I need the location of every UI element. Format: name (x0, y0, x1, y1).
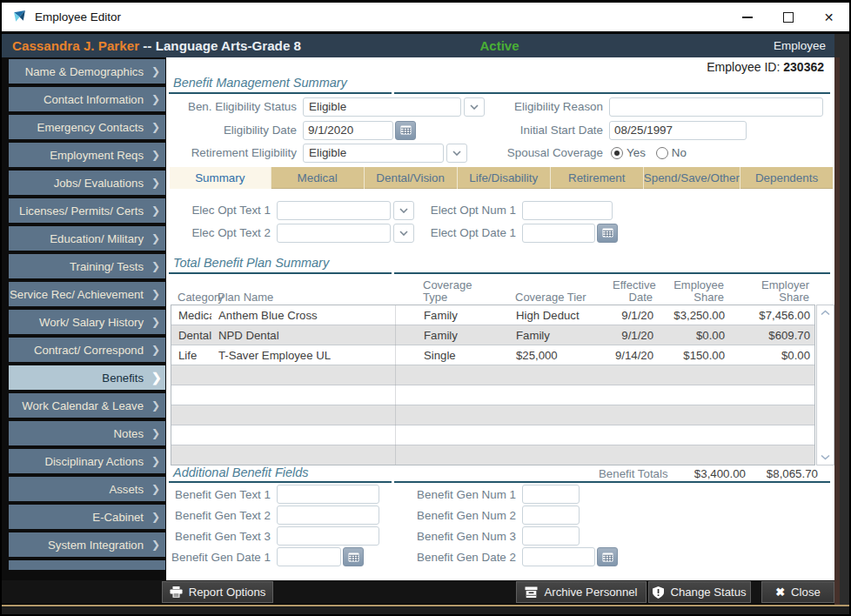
tab-medical[interactable]: Medical (271, 167, 365, 189)
tab-summary[interactable]: Summary (170, 167, 271, 189)
elec-opt-text-1-label: Elec Opt Text 1 (166, 204, 277, 217)
table-row[interactable]: MedicalAnthem Blue CrossFamilyHigh Deduc… (171, 305, 814, 325)
input-benefit-gen-text-1[interactable] (277, 485, 379, 504)
input-benefit-gen-num-3[interactable] (522, 526, 580, 546)
table-row[interactable]: DentalNPD DentalFamilyFamily9/1/20$0.00$… (171, 325, 814, 345)
section-rule (169, 92, 830, 94)
calendar-icon[interactable] (343, 547, 364, 566)
retirement-eligibility-select[interactable]: Eligible (303, 144, 444, 163)
retirement-eligibility-label: Retirement Eligibility (166, 146, 303, 159)
initial-start-date-input[interactable] (609, 121, 747, 140)
maximize-icon (783, 12, 794, 23)
table-row-empty[interactable] (171, 425, 814, 445)
tab-life-disability[interactable]: Life/Disability (458, 167, 551, 189)
chevron-right-icon: ❯ (151, 455, 165, 467)
chevron-right-icon: ❯ (151, 93, 165, 105)
elec-opt-text-2-select[interactable] (277, 224, 391, 243)
scroll-down-icon[interactable] (817, 454, 834, 460)
spousal-coverage-yes-radio[interactable] (611, 147, 623, 159)
minimize-button[interactable] (727, 3, 767, 31)
ben-eligibility-status-select[interactable]: Eligible (303, 97, 461, 117)
table-row-empty[interactable] (171, 385, 814, 405)
chevron-right-icon: ❯ (151, 427, 165, 439)
tab-dental-vision[interactable]: Dental/Vision (365, 167, 458, 189)
chevron-right-icon: ❯ (151, 204, 165, 217)
form-right-col: Benefit Gen Num 2 (412, 505, 580, 526)
chevron-right-icon: ❯ (151, 371, 165, 385)
change-status-button[interactable]: Change Status (648, 581, 751, 603)
sidebar-item-emergency-contacts[interactable]: Emergency Contacts❯ (9, 115, 165, 139)
initial-start-date-label: Initial Start Date (483, 124, 609, 137)
sidebar-item-assets[interactable]: Assets❯ (9, 477, 165, 501)
sidebar-item-name-demographics[interactable]: Name & Demographics❯ (9, 59, 165, 84)
input-benefit-gen-text-3[interactable] (277, 526, 379, 546)
tab-dependents[interactable]: Dependents (740, 167, 833, 189)
right-rail (834, 34, 849, 605)
sidebar-item-licenses-permits-certs[interactable]: Licenses/ Permits/ Certs❯ (9, 198, 165, 223)
calendar-icon[interactable] (395, 121, 416, 140)
input-benefit-gen-num-1[interactable] (522, 485, 580, 504)
sidebar-item-disciplinary-actions[interactable]: Disciplinary Actions❯ (9, 449, 165, 473)
column-header-plan-name: Plan Name (211, 291, 416, 304)
footer-bar: Report Options Archive Personnel Change … (2, 580, 834, 604)
employee-name: Cassandra J. Parker (12, 38, 139, 53)
calendar-icon[interactable] (597, 224, 618, 243)
input-benefit-gen-num-2[interactable] (522, 506, 580, 525)
form-row: Elec Opt Text 1 Elect Opt Num 1 (166, 199, 834, 221)
window-close-button[interactable]: ✕ (808, 3, 849, 31)
sidebar-item-benefits[interactable]: Benefits❯ (9, 365, 165, 390)
sidebar-item-notes[interactable]: Notes❯ (9, 421, 165, 445)
input-benefit-gen-date-2[interactable] (522, 547, 595, 566)
table-scrollbar[interactable] (816, 305, 834, 465)
calendar-icon[interactable] (597, 547, 618, 566)
tab-retirement[interactable]: Retirement (551, 167, 644, 189)
field-label-benefit-gen-text-3: Benefit Gen Text 3 (166, 530, 277, 543)
table-row-empty[interactable] (171, 445, 814, 465)
chevron-right-icon: ❯ (151, 511, 165, 523)
input-benefit-gen-text-2[interactable] (277, 506, 379, 525)
sidebar-item-contract-correspond[interactable]: Contract/ Correspond❯ (9, 338, 165, 362)
main-content: Employee ID:230362 Benefit Management Su… (166, 57, 834, 580)
input-benefit-gen-date-1[interactable] (277, 547, 341, 566)
close-label: Close (791, 586, 821, 599)
tab-spend-save-other[interactable]: Spend/Save/Other (644, 167, 740, 189)
sidebar-item-e-cabinet[interactable]: E-Cabinet❯ (9, 505, 165, 529)
table-row[interactable]: LifeT-Saver Employee ULSingle$25,0009/14… (171, 345, 814, 365)
elect-opt-num-1-input[interactable] (522, 201, 613, 220)
form-row: Benefit Gen Text 1Benefit Gen Num 1 (166, 484, 834, 505)
form-right-col: Eligibility Reason (483, 96, 823, 117)
window-controls: ✕ (727, 3, 849, 31)
elect-opt-date-1-input[interactable] (522, 224, 595, 243)
chevron-down-icon[interactable] (446, 144, 467, 163)
sidebar-item-jobs-evaluations[interactable]: Jobs/ Evaluations❯ (9, 171, 165, 195)
sidebar-item-contact-information[interactable]: Contact Information❯ (9, 87, 165, 111)
archive-personnel-label: Archive Personnel (544, 586, 637, 599)
chevron-right-icon: ❯ (151, 232, 165, 244)
eligibility-reason-input[interactable] (609, 97, 823, 117)
maximize-button[interactable] (767, 3, 808, 31)
form-right-col: Elect Opt Date 1 (412, 222, 618, 244)
section-title-benefit-management: Benefit Management Summary (173, 76, 347, 90)
sidebar-item-employment-reqs[interactable]: Employment Reqs❯ (9, 143, 165, 167)
spousal-coverage-no-radio[interactable] (656, 147, 668, 159)
sidebar-item-work-salary-history[interactable]: Work/ Salary History❯ (9, 310, 165, 334)
sidebar-item-work-calendar-leave[interactable]: Work Calendar & Leave❯ (9, 393, 165, 418)
sidebar-item-training-tests[interactable]: Training/ Tests❯ (9, 254, 165, 278)
field-label-benefit-gen-date-1: Benefit Gen Date 1 (166, 551, 277, 564)
eligibility-date-input[interactable] (303, 121, 393, 140)
table-row-empty[interactable] (171, 365, 814, 385)
sidebar-item-education-military[interactable]: Education/ Military❯ (9, 226, 165, 251)
sidebar-item-system-integration[interactable]: System Integration❯ (9, 532, 165, 557)
elec-opt-text-1-select[interactable] (277, 201, 391, 220)
sidebar-item-service-rec-achievement[interactable]: Service Rec/ Achievement❯ (9, 282, 165, 306)
form-right-col: Benefit Gen Num 3 (412, 526, 580, 546)
archive-personnel-button[interactable]: Archive Personnel (516, 581, 647, 603)
scroll-up-icon[interactable] (817, 310, 834, 316)
chevron-down-icon[interactable] (464, 97, 485, 117)
report-options-button[interactable]: Report Options (162, 581, 273, 603)
elect-opt-date-1-label: Elect Opt Date 1 (412, 226, 522, 239)
employee-subtitle: Language Arts-Grade 8 (156, 38, 301, 53)
table-row-empty[interactable] (171, 405, 814, 425)
close-icon: ✕ (824, 11, 834, 23)
close-button[interactable]: ✖ Close (761, 581, 834, 603)
